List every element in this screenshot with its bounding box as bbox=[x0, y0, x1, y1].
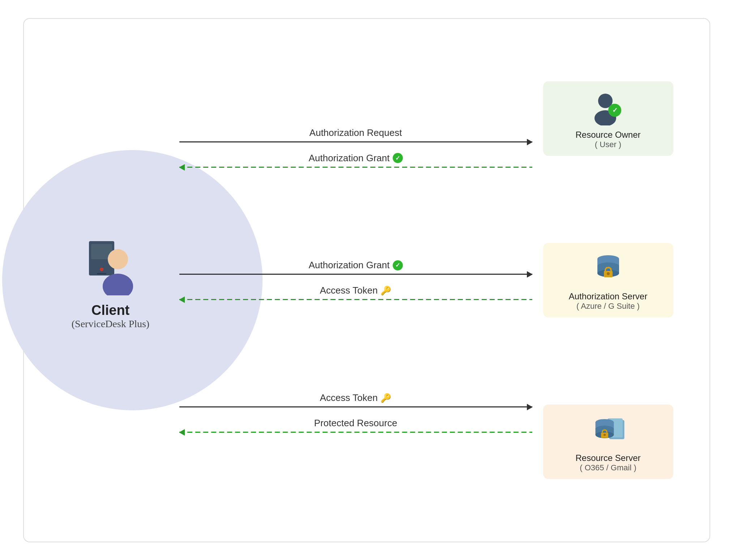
check-badge-1: ✓ bbox=[393, 153, 403, 163]
client-icon bbox=[78, 230, 143, 295]
resource-owner-box: ✓ Resource Owner ( User ) bbox=[543, 81, 673, 156]
key-icon-2: 🔑 bbox=[380, 393, 391, 403]
auth-server-box: Authorization Server ( Azure / G Suite ) bbox=[543, 243, 673, 317]
client-label: Client (ServiceDesk Plus) bbox=[72, 303, 149, 330]
check-badge-2: ✓ bbox=[393, 260, 403, 270]
right-section: ✓ Resource Owner ( User ) Au bbox=[543, 81, 681, 479]
arrow-solid-right-1 bbox=[179, 141, 532, 142]
arrow-dashed-left-1 bbox=[179, 167, 532, 168]
svg-point-4 bbox=[108, 249, 128, 269]
main-container: Client (ServiceDesk Plus) Authorization … bbox=[23, 18, 710, 542]
svg-point-2 bbox=[100, 268, 103, 271]
svg-point-26 bbox=[603, 433, 605, 436]
resource-server-box: Resource Server ( O365 / Gmail ) bbox=[543, 405, 673, 479]
arrow-protected-resource-label: Protected Resource bbox=[179, 418, 532, 429]
client-section: Client (ServiceDesk Plus) bbox=[53, 208, 169, 352]
arrow-access-token-2: Access Token 🔑 bbox=[179, 392, 532, 407]
svg-point-6 bbox=[103, 274, 133, 295]
client-sub: (ServiceDesk Plus) bbox=[72, 318, 149, 330]
arrow-solid-right-3 bbox=[179, 406, 532, 407]
svg-text:✓: ✓ bbox=[612, 107, 617, 114]
arrow-authorization-request: Authorization Request bbox=[179, 127, 532, 142]
resource-owner-label: Resource Owner ( User ) bbox=[575, 130, 640, 149]
auth-server-label: Authorization Server ( Azure / G Suite ) bbox=[569, 291, 647, 311]
arrow-dashed-left-2 bbox=[179, 299, 532, 300]
arrow-auth-grant-1-label: Authorization Grant ✓ bbox=[179, 153, 532, 164]
flow-group-resource-owner: Authorization Request Authorization Gran… bbox=[179, 127, 532, 168]
resource-server-label: Resource Server ( O365 / Gmail ) bbox=[575, 453, 640, 473]
svg-rect-3 bbox=[97, 273, 106, 274]
flow-group-resource-server: Access Token 🔑 Protected Resource bbox=[179, 392, 532, 433]
auth-server-icon bbox=[590, 251, 626, 287]
arrow-dashed-left-3 bbox=[179, 432, 532, 433]
resource-owner-icon: ✓ bbox=[590, 89, 626, 125]
resource-server-icon bbox=[590, 412, 626, 449]
arrow-access-token-2-label: Access Token 🔑 bbox=[179, 392, 532, 403]
client-name: Client bbox=[72, 303, 149, 318]
arrow-solid-right-2 bbox=[179, 274, 532, 275]
svg-point-17 bbox=[607, 272, 610, 275]
arrow-authorization-grant-1: Authorization Grant ✓ bbox=[179, 153, 532, 168]
arrow-auth-request-label: Authorization Request bbox=[179, 127, 532, 138]
key-icon-1: 🔑 bbox=[380, 286, 391, 296]
arrow-protected-resource: Protected Resource bbox=[179, 418, 532, 433]
